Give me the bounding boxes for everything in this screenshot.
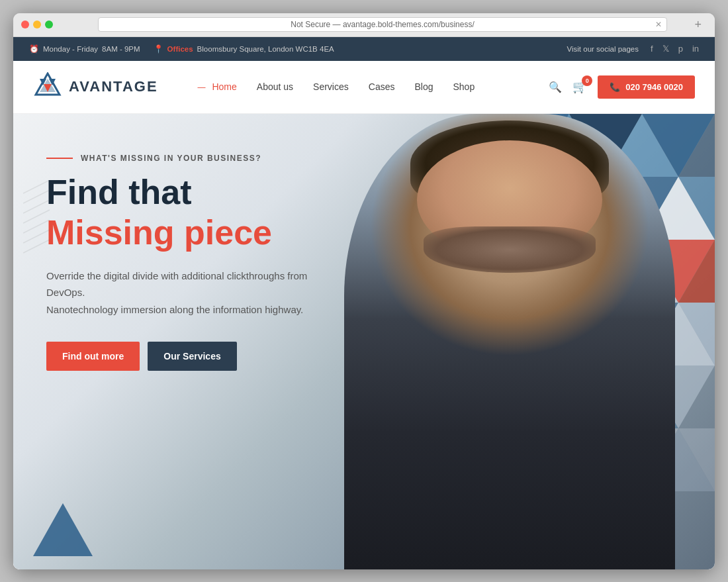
clock-icon: ⏰ — [29, 44, 39, 54]
hero-accent-line — [46, 158, 73, 159]
address-bar[interactable]: Not Secure — avantage.bold-themes.com/bu… — [98, 17, 667, 32]
offices-item: 📍 Offices Bloomsbury Square, London WC1B… — [154, 44, 334, 54]
address-text: Not Secure — avantage.bold-themes.com/bu… — [291, 20, 474, 29]
facebook-icon[interactable]: f — [651, 44, 653, 54]
svg-line-43 — [23, 240, 50, 253]
svg-line-42 — [23, 230, 50, 243]
nav-blog[interactable]: Blog — [414, 81, 433, 92]
browser-titlebar: Not Secure — avantage.bold-themes.com/bu… — [13, 13, 715, 37]
new-tab-button[interactable]: + — [694, 19, 702, 30]
location-icon: 📍 — [154, 44, 163, 54]
twitter-icon[interactable]: 𝕏 — [662, 44, 669, 54]
svg-line-40 — [23, 210, 50, 223]
our-services-button[interactable]: Our Services — [148, 342, 236, 371]
close-button[interactable] — [21, 21, 29, 28]
schedule-label: Monday - Friday — [43, 45, 98, 53]
search-icon[interactable]: 🔍 — [549, 81, 562, 93]
deco-lines — [23, 180, 63, 262]
phone-icon: 📞 — [610, 82, 620, 92]
nav-services[interactable]: Services — [313, 81, 349, 92]
logo-text: AVANTAGE — [69, 78, 158, 95]
linkedin-icon[interactable]: in — [692, 44, 699, 54]
phone-number: 020 7946 0020 — [625, 82, 683, 92]
hero-title-line2: Missing piece — [46, 214, 338, 252]
topbar-right: Visit our social pages f 𝕏 p in — [567, 44, 699, 54]
hero-eyebrow: WHAT'S MISSING IN YOUR BUSINESS? — [46, 154, 338, 163]
hero-person-area — [344, 114, 675, 569]
offices-address: Bloomsbury Square, London WC1B 4EA — [197, 45, 334, 53]
tab-close-icon[interactable]: ✕ — [655, 20, 662, 29]
nav-about[interactable]: About us — [257, 81, 293, 92]
traffic-lights — [21, 21, 53, 28]
phone-button[interactable]: 📞 020 7946 0020 — [598, 75, 695, 99]
topbar-left: ⏰ Monday - Friday 8AM - 9PM 📍 Offices Bl… — [29, 44, 334, 54]
find-out-more-button[interactable]: Find out more — [46, 342, 140, 371]
site-header: AVANTAGE Home About us Services Cases Bl… — [13, 61, 715, 114]
social-label: Visit our social pages — [567, 45, 639, 53]
hero-buttons: Find out more Our Services — [46, 342, 338, 371]
offices-label: Offices — [167, 45, 193, 53]
logo-icon — [33, 72, 62, 101]
nav-shop[interactable]: Shop — [453, 81, 475, 92]
nav-cases[interactable]: Cases — [369, 81, 395, 92]
browser-window: Not Secure — avantage.bold-themes.com/bu… — [13, 13, 715, 569]
maximize-button[interactable] — [45, 21, 53, 28]
topbar: ⏰ Monday - Friday 8AM - 9PM 📍 Offices Bl… — [13, 37, 715, 61]
svg-line-41 — [23, 220, 50, 233]
svg-line-38 — [23, 190, 50, 203]
nav-home[interactable]: Home — [198, 81, 237, 92]
svg-line-39 — [23, 200, 50, 213]
website-content: ⏰ Monday - Friday 8AM - 9PM 📍 Offices Bl… — [13, 37, 715, 569]
main-nav: Home About us Services Cases Blog Shop — [198, 81, 475, 92]
header-right: 🔍 🛒 0 📞 020 7946 0020 — [549, 75, 695, 99]
minimize-button[interactable] — [33, 21, 41, 28]
cart-badge: 0 — [582, 75, 592, 86]
decorative-triangle-bottom-left — [33, 503, 93, 556]
svg-line-37 — [23, 180, 50, 193]
pinterest-icon[interactable]: p — [678, 44, 683, 54]
schedule-item: ⏰ Monday - Friday 8AM - 9PM — [29, 44, 140, 54]
schedule-hours: 8AM - 9PM — [102, 45, 140, 53]
hero-description: Override the digital divide with additio… — [46, 267, 338, 318]
cart-button[interactable]: 🛒 0 — [572, 79, 587, 94]
hero-section: WHAT'S MISSING IN YOUR BUSINESS? Find th… — [13, 114, 715, 569]
logo[interactable]: AVANTAGE — [33, 72, 158, 101]
hero-eyebrow-text: WHAT'S MISSING IN YOUR BUSINESS? — [81, 154, 261, 163]
hero-content: WHAT'S MISSING IN YOUR BUSINESS? Find th… — [46, 154, 338, 371]
hero-title-line1: Find that — [46, 173, 338, 211]
